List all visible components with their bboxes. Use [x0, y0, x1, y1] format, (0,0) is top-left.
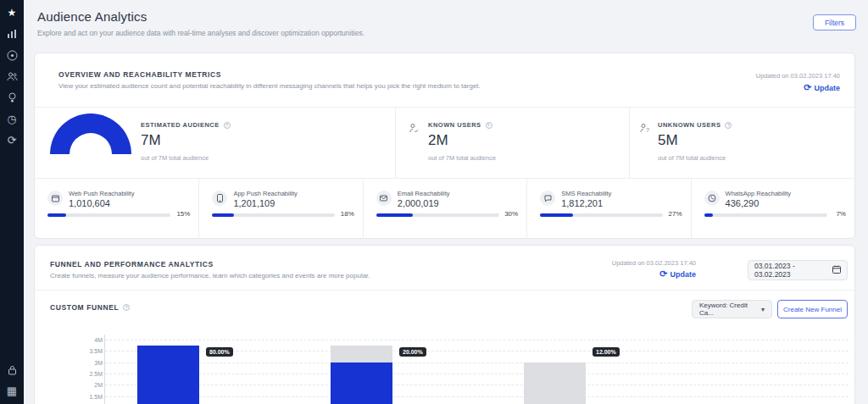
funnel-percent-badge: 80.00%: [206, 347, 233, 357]
channel-value: 1,010,604: [69, 198, 110, 208]
metric-value: 5M: [658, 132, 732, 149]
history-icon[interactable]: [5, 112, 19, 125]
person-check-icon: [409, 122, 420, 137]
funnel-chart: 80.00%20.00%12.00%: [104, 335, 849, 404]
help-icon[interactable]: [725, 122, 732, 129]
overview-updated-on: Updated on 03.02.2023 17:40: [756, 72, 840, 80]
sidebar: [0, 0, 24, 404]
email-reachability: Email Reachability 2,000,019 30%: [363, 179, 526, 239]
metric-label: ESTIMATED AUDIENCE: [141, 121, 231, 129]
channel-value: 1,201,109: [233, 198, 275, 208]
funnel-percent-badge: 20.00%: [399, 347, 426, 357]
overview-card-subtitle: View your estimated audience count and p…: [58, 82, 481, 90]
channel-percent: 30%: [504, 210, 518, 218]
lightbulb-icon[interactable]: [5, 91, 19, 104]
funnel-card-subtitle: Create funnels, measure your audience pe…: [50, 272, 370, 279]
users-icon[interactable]: [5, 69, 19, 83]
funnel-bar-value[interactable]: [137, 346, 199, 404]
chevron-down-icon: [761, 306, 765, 313]
keyword-dropdown-value: Keyword: Credit Ca...: [699, 302, 761, 317]
reachability-row: Web Push Reachability 1,010,604 15% App …: [35, 179, 854, 239]
metric-value: 7M: [141, 132, 231, 149]
funnel-update-button[interactable]: Update: [659, 268, 696, 279]
browser-icon: [47, 191, 63, 206]
date-range-picker[interactable]: 03.01.2023 - 03.02.2023: [748, 260, 848, 280]
gridline: [105, 362, 849, 363]
metric-caption: out of 7M total audience: [428, 154, 496, 162]
y-tick-label: 3.5M: [89, 348, 103, 354]
metric-caption: out of 7M total audience: [658, 154, 732, 162]
whatsapp-icon: [704, 191, 720, 206]
progress-track: [47, 213, 170, 217]
channel-label: App Push Reachability: [233, 190, 297, 197]
envelope-icon: [376, 191, 392, 206]
lock-icon[interactable]: [5, 363, 19, 377]
y-tick-label: 3M: [94, 360, 103, 366]
grid-icon[interactable]: [5, 384, 19, 397]
unknown-users-metric: ? UNKNOWN USERS 5M out of 7M total audie…: [629, 108, 854, 178]
progress-fill: [540, 213, 573, 217]
progress-fill: [47, 213, 66, 217]
progress-track: [376, 213, 499, 217]
y-tick-label: 1.5M: [89, 394, 103, 400]
page-subtitle: Explore and act on your audience data wi…: [37, 29, 364, 37]
funnel-bar-total[interactable]: [524, 362, 586, 404]
sms-reachability: SMS Reachability 1,812,201 27%: [526, 179, 690, 239]
channel-percent: 27%: [669, 210, 682, 218]
estimated-audience-metric: ESTIMATED AUDIENCE 7M out of 7M total au…: [35, 108, 395, 178]
divider: [35, 290, 854, 291]
channel-percent: 18%: [341, 210, 354, 218]
help-icon[interactable]: [123, 304, 130, 311]
whatsapp-reachability: WhatsApp Reachability 436,290 7%: [691, 179, 854, 239]
known-users-metric: KNOWN USERS 2M out of 7M total audience: [395, 108, 629, 178]
progress-fill: [376, 213, 414, 217]
channel-label: Web Push Reachability: [69, 190, 134, 197]
channel-value: 2,000,019: [398, 198, 439, 208]
person-question-icon: ?: [639, 122, 650, 137]
create-new-funnel-button[interactable]: Create New Funnel: [777, 300, 848, 318]
update-label: Update: [670, 270, 696, 279]
gridline: [105, 385, 849, 385]
gridline: [105, 374, 849, 374]
metric-value: 2M: [428, 132, 496, 149]
progress-track: [540, 213, 663, 217]
channel-percent: 7%: [836, 210, 846, 218]
overview-card: OVERVIEW AND REACHABILITY METRICS View y…: [34, 53, 855, 239]
filters-button[interactable]: Filters: [813, 14, 856, 30]
metric-caption: out of 7M total audience: [141, 154, 231, 162]
progress-fill: [704, 213, 713, 217]
funnel-updated-on: Updated on 03.02.2023 17:40: [612, 259, 696, 267]
overview-update-button[interactable]: Update: [804, 82, 840, 93]
app-push-reachability: App Push Reachability 1,201,109 18%: [198, 179, 362, 239]
progress-track: [212, 213, 335, 217]
bar-chart-icon[interactable]: [5, 27, 19, 41]
metric-label: UNKNOWN USERS: [658, 121, 732, 129]
star-icon[interactable]: [5, 6, 19, 19]
help-icon[interactable]: [486, 122, 492, 129]
gridline: [105, 340, 849, 340]
funnel-card: FUNNEL AND PERFORMANCE ANALYTICS Create …: [34, 245, 855, 404]
chat-bubble-icon: [540, 191, 555, 206]
custom-funnel-title: CUSTOM FUNNEL: [50, 303, 130, 312]
audience-gauge-chart: [50, 113, 131, 154]
refresh-icon: [804, 82, 811, 93]
channel-value: 436,290: [726, 198, 760, 208]
overview-card-title: OVERVIEW AND REACHABILITY METRICS: [58, 70, 221, 79]
funnel-bar-value[interactable]: [331, 362, 392, 404]
keyword-dropdown[interactable]: Keyword: Credit Ca...: [692, 300, 772, 318]
progress-fill: [212, 213, 234, 217]
refresh-icon: [659, 268, 667, 279]
metrics-row: ESTIMATED AUDIENCE 7M out of 7M total au…: [35, 107, 854, 179]
help-icon[interactable]: [224, 122, 231, 129]
channel-label: Email Reachability: [398, 190, 450, 197]
progress-track: [704, 213, 827, 217]
channel-percent: 15%: [176, 210, 190, 218]
update-label: Update: [814, 84, 840, 92]
target-icon[interactable]: [5, 48, 19, 62]
mobile-icon: [212, 191, 227, 206]
y-tick-label: 4M: [94, 337, 103, 343]
y-tick-label: 2.5M: [89, 371, 103, 377]
channel-label: WhatsApp Reachability: [726, 190, 792, 197]
page-title: Audience Analytics: [37, 9, 147, 24]
sync-icon[interactable]: [5, 133, 19, 147]
